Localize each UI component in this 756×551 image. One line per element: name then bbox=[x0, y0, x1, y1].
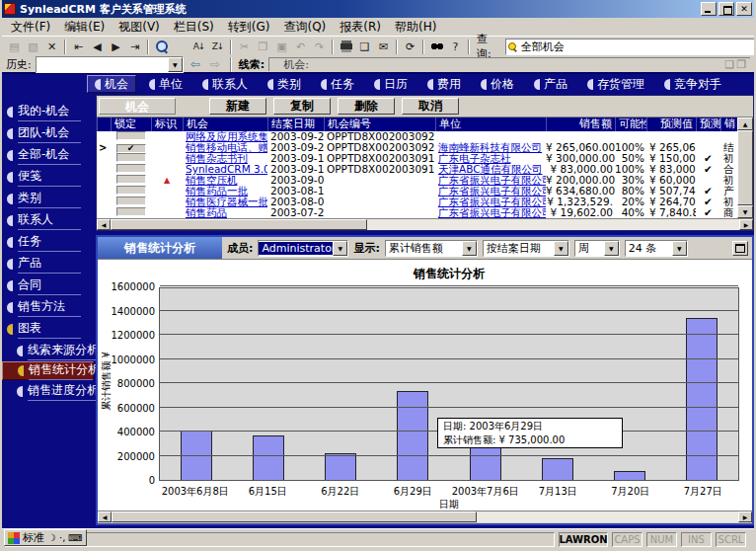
opportunity-link[interactable]: 销售医疗器械一批 bbox=[186, 197, 267, 207]
ime-fullhalf-moon-icon[interactable]: ☽ bbox=[47, 532, 56, 544]
ime-logo-icon[interactable] bbox=[8, 532, 20, 544]
lock-checkbox[interactable] bbox=[116, 153, 146, 162]
tab-7[interactable]: 费用 bbox=[420, 75, 468, 93]
opportunity-link[interactable]: 销售移动电话、赠送 bbox=[186, 142, 267, 153]
sidebar-item-3[interactable]: 全部-机会 bbox=[2, 144, 96, 166]
export-icon[interactable]: ❑ bbox=[355, 39, 374, 55]
refresh-icon[interactable]: ⟳ bbox=[401, 39, 419, 55]
sidebar-item-9[interactable]: 合同 bbox=[2, 275, 96, 296]
sidebar-item-8[interactable]: 产品 bbox=[2, 253, 96, 275]
sidebar-item-2[interactable]: 团队-机会 bbox=[2, 122, 96, 144]
member-dropdown-icon[interactable]: ▼ bbox=[333, 241, 347, 256]
tab-9[interactable]: 产品 bbox=[527, 75, 574, 93]
unit-link[interactable]: 广东省振兴电子有限公司 bbox=[438, 175, 546, 186]
scroll-up-icon[interactable]: ▲ bbox=[737, 118, 753, 130]
table-row[interactable]: 销售药品2003-07-28广东省振兴电子有限公司¥ 19,602.0040%¥… bbox=[97, 207, 737, 218]
count-combobox[interactable]: 24 条 ▼ bbox=[625, 240, 688, 257]
ime-punctuation-icon[interactable]: ·, bbox=[59, 532, 65, 544]
table-row[interactable]: >✔销售移动电话、赠送2003-09-23OPPTD8X002003092300… bbox=[97, 142, 737, 153]
unit-link[interactable]: 天津ABC通信有限公司 bbox=[438, 164, 543, 175]
lock-checkbox[interactable] bbox=[116, 197, 146, 205]
next-record-icon[interactable]: ▶ bbox=[107, 39, 125, 55]
sidebar-item-4[interactable]: 便笺 bbox=[2, 166, 96, 188]
lock-checkbox[interactable] bbox=[116, 207, 146, 216]
delete-button[interactable]: 删除 bbox=[338, 98, 395, 115]
unit-link[interactable]: 广东省振兴电子有限公司 bbox=[438, 186, 546, 197]
delete-record-icon[interactable]: ✕ bbox=[42, 39, 61, 55]
table-row[interactable]: 销售药品一批2003-08-11广东省振兴电子有限公司¥ 634,680.008… bbox=[97, 186, 737, 197]
table-row[interactable]: 销售杂志书刊2003-09-16OPPTD8X0020030916001广东电子… bbox=[97, 153, 737, 164]
display-combobox[interactable]: 累计销售额 ▼ bbox=[385, 240, 478, 257]
preview-grid-icon[interactable]: ❐ bbox=[736, 58, 746, 71]
sort-ascending-icon[interactable]: A↓ bbox=[189, 39, 208, 55]
sidebar-item-14[interactable]: 销售进度分析 bbox=[2, 380, 96, 402]
context-help-icon[interactable]: ? bbox=[446, 39, 465, 55]
menu-item-report[interactable]: 报表(R) bbox=[333, 18, 388, 37]
query-combobox[interactable]: 全部机会 ▼ bbox=[505, 39, 756, 55]
sidebar-item-6[interactable]: 联系人 bbox=[2, 209, 96, 231]
bar[interactable] bbox=[397, 391, 428, 480]
print-icon[interactable] bbox=[337, 39, 355, 55]
lock-checkbox[interactable] bbox=[116, 186, 146, 195]
sidebar-item-11[interactable]: 图表 bbox=[2, 318, 96, 340]
count-dropdown-icon[interactable]: ▼ bbox=[672, 241, 687, 256]
history-combobox[interactable]: ▼ bbox=[36, 56, 184, 73]
restore-icon[interactable] bbox=[718, 2, 734, 16]
prev-record-icon[interactable]: ◀ bbox=[88, 39, 107, 55]
view-zoom-icon[interactable] bbox=[171, 39, 189, 55]
tab-10[interactable]: 存货管理 bbox=[580, 75, 651, 93]
sidebar-item-13[interactable]: 销售统计分析 bbox=[2, 361, 94, 380]
find-record-icon[interactable] bbox=[152, 39, 171, 55]
tab-1[interactable]: 机会 bbox=[87, 75, 136, 93]
period-dropdown-icon[interactable]: ▼ bbox=[604, 241, 619, 256]
member-combobox[interactable]: Administrator ▼ bbox=[258, 240, 348, 257]
bar[interactable] bbox=[542, 458, 573, 480]
tab-5[interactable]: 任务 bbox=[314, 75, 361, 93]
unit-link[interactable]: 广东电子杂志社 bbox=[438, 153, 511, 164]
bar[interactable] bbox=[325, 453, 356, 480]
sort-descending-icon[interactable]: Z↓ bbox=[208, 39, 227, 55]
lock-checkbox[interactable]: ✔ bbox=[116, 144, 146, 153]
opportunity-link[interactable]: 销售药品 bbox=[186, 207, 227, 218]
last-record-icon[interactable]: ⇥ bbox=[125, 39, 144, 55]
sidebar-item-12[interactable]: 线索来源分析 bbox=[2, 340, 96, 361]
copy-button[interactable]: 复制 bbox=[273, 98, 331, 115]
opportunity-link[interactable]: SynleadCRM 3.0 bbox=[186, 164, 267, 175]
tab-3[interactable]: 联系人 bbox=[195, 75, 255, 93]
sidebar-item-10[interactable]: 销售方法 bbox=[2, 296, 96, 318]
menu-item-columns[interactable]: 栏目(S) bbox=[167, 18, 221, 37]
table-row[interactable]: ▲销售空压机2003-09-09广东省振兴电子有限公司¥ 200,000.003… bbox=[97, 175, 737, 186]
scroll-down-icon[interactable]: ▼ bbox=[737, 205, 753, 218]
unit-link[interactable]: 广东省振兴电子有限公司 bbox=[438, 207, 546, 218]
tab-8[interactable]: 价格 bbox=[474, 75, 521, 93]
new-button[interactable]: 新建 bbox=[209, 98, 266, 115]
group-by-combobox[interactable]: 按结案日期 ▼ bbox=[483, 240, 569, 257]
chart-horizontal-scrollbar[interactable]: ◀ ▶ bbox=[98, 511, 752, 522]
minimize-icon[interactable] bbox=[701, 2, 717, 16]
unit-link[interactable]: 广东省振兴电子有限公司 bbox=[438, 197, 546, 207]
binoculars-find-icon[interactable] bbox=[427, 39, 446, 55]
tab-2[interactable]: 单位 bbox=[142, 75, 189, 93]
lock-checkbox[interactable] bbox=[116, 131, 146, 140]
group-by-dropdown-icon[interactable]: ▼ bbox=[554, 241, 568, 256]
history-back-icon[interactable]: ⇦ bbox=[188, 57, 203, 71]
display-dropdown-icon[interactable]: ▼ bbox=[462, 241, 477, 256]
scroll-left-icon[interactable]: ◀ bbox=[98, 512, 112, 522]
print-grid-icon[interactable]: ❏ bbox=[724, 58, 734, 71]
menu-item-file[interactable]: 文件(F) bbox=[4, 18, 57, 37]
scroll-right-icon[interactable]: ▶ bbox=[738, 512, 752, 522]
menu-item-goto[interactable]: 转到(G) bbox=[221, 18, 277, 37]
scroll-right-icon[interactable]: ▶ bbox=[739, 219, 753, 230]
ime-keyboard-icon[interactable]: ⌨ bbox=[68, 532, 82, 544]
table-vertical-scrollbar[interactable]: ▲ ▼ bbox=[737, 118, 753, 218]
first-record-icon[interactable]: ⇤ bbox=[69, 39, 88, 55]
close-icon[interactable]: ✕ bbox=[736, 2, 752, 16]
table-horizontal-scrollbar[interactable]: ◀ ▶ bbox=[97, 218, 753, 230]
lock-checkbox[interactable] bbox=[116, 164, 146, 173]
send-mail-icon[interactable]: ✉ bbox=[374, 39, 393, 55]
sidebar-item-7[interactable]: 任务 bbox=[2, 231, 96, 253]
menu-item-help[interactable]: 帮助(H) bbox=[388, 18, 443, 37]
cancel-button[interactable]: 取消 bbox=[402, 98, 459, 115]
tab-11[interactable]: 竞争对手 bbox=[657, 75, 728, 93]
menu-item-view[interactable]: 视图(V) bbox=[112, 18, 167, 37]
